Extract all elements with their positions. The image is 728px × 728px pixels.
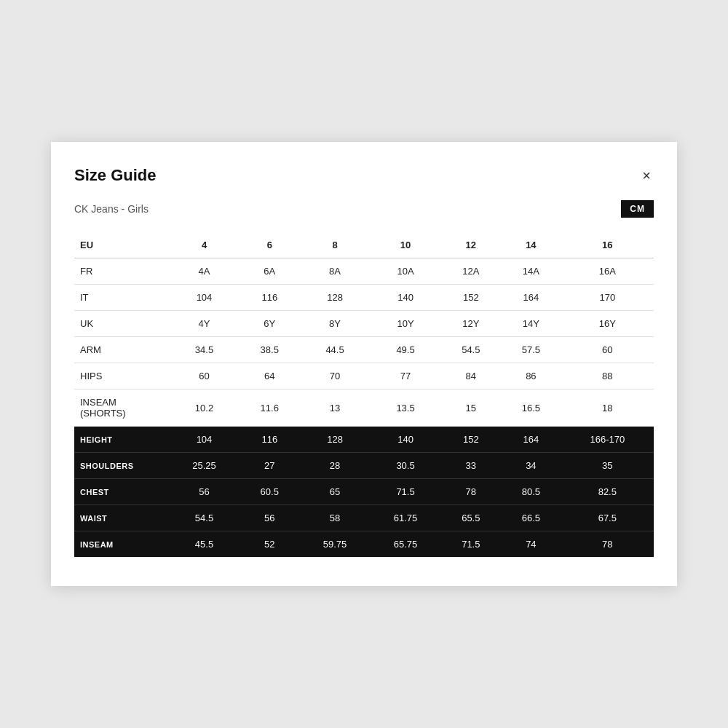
- cell-5-5: 16.5: [501, 389, 561, 427]
- cell-10-3: 65.75: [371, 531, 441, 558]
- table-row: SHOULDERS25.25272830.5333435: [74, 453, 654, 479]
- row-label-2: UK: [74, 311, 169, 337]
- cell-8-5: 80.5: [501, 479, 561, 505]
- cell-2-5: 14Y: [501, 311, 561, 337]
- cell-1-6: 170: [561, 285, 654, 311]
- cell-8-3: 71.5: [371, 479, 441, 505]
- cell-4-3: 77: [371, 363, 441, 389]
- col-header-4: 12: [441, 232, 502, 258]
- table-row: CHEST5660.56571.57880.582.5: [74, 479, 654, 505]
- col-header-3: 10: [371, 232, 441, 258]
- cell-10-1: 52: [240, 531, 300, 558]
- cell-1-1: 116: [240, 285, 300, 311]
- table-row: INSEAM45.55259.7565.7571.57478: [74, 531, 654, 558]
- subtitle-row: CK Jeans - Girls CM: [74, 200, 654, 218]
- col-header-1: 6: [240, 232, 300, 258]
- table-row: IT104116128140152164170: [74, 285, 654, 311]
- cell-9-5: 66.5: [501, 505, 561, 531]
- unit-badge[interactable]: CM: [621, 200, 654, 218]
- cell-4-4: 84: [441, 363, 502, 389]
- cell-2-6: 16Y: [561, 311, 654, 337]
- cell-10-6: 78: [561, 531, 654, 558]
- table-header-row: EU 4 6 8 10 12 14 16: [74, 232, 654, 258]
- cell-10-5: 74: [501, 531, 561, 558]
- cell-5-3: 13.5: [371, 389, 441, 427]
- table-row: FR4A6A8A10A12A14A16A: [74, 258, 654, 285]
- cell-4-5: 86: [501, 363, 561, 389]
- table-row: HEIGHT104116128140152164166-170: [74, 427, 654, 453]
- cell-10-0: 45.5: [169, 531, 240, 558]
- cell-0-2: 8A: [300, 258, 371, 285]
- col-header-5: 14: [501, 232, 561, 258]
- cell-0-4: 12A: [441, 258, 502, 285]
- cell-0-1: 6A: [240, 258, 300, 285]
- table-row: HIPS60647077848688: [74, 363, 654, 389]
- cell-8-2: 65: [300, 479, 371, 505]
- modal-overlay: Size Guide × CK Jeans - Girls CM EU 4 6 …: [0, 0, 728, 728]
- cell-3-3: 49.5: [371, 337, 441, 363]
- modal-subtitle: CK Jeans - Girls: [74, 203, 149, 215]
- cell-7-0: 25.25: [169, 453, 240, 479]
- cell-9-3: 61.75: [371, 505, 441, 531]
- cell-3-1: 38.5: [240, 337, 300, 363]
- cell-1-4: 152: [441, 285, 502, 311]
- cell-6-6: 166-170: [561, 427, 654, 453]
- cell-5-0: 10.2: [169, 389, 240, 427]
- cell-5-1: 11.6: [240, 389, 300, 427]
- cell-3-5: 57.5: [501, 337, 561, 363]
- cell-1-3: 140: [371, 285, 441, 311]
- cell-6-1: 116: [240, 427, 300, 453]
- cell-9-4: 65.5: [441, 505, 502, 531]
- cell-5-6: 18: [561, 389, 654, 427]
- cell-7-3: 30.5: [371, 453, 441, 479]
- cell-8-4: 78: [441, 479, 502, 505]
- cell-4-6: 88: [561, 363, 654, 389]
- cell-4-2: 70: [300, 363, 371, 389]
- cell-9-6: 67.5: [561, 505, 654, 531]
- cell-10-2: 59.75: [300, 531, 371, 558]
- cell-4-0: 60: [169, 363, 240, 389]
- cell-3-2: 44.5: [300, 337, 371, 363]
- cell-3-6: 60: [561, 337, 654, 363]
- col-header-2: 8: [300, 232, 371, 258]
- cell-0-6: 16A: [561, 258, 654, 285]
- modal-header: Size Guide ×: [74, 165, 654, 186]
- table-row: WAIST54.5565861.7565.566.567.5: [74, 505, 654, 531]
- cell-7-6: 35: [561, 453, 654, 479]
- cell-4-1: 64: [240, 363, 300, 389]
- cell-1-2: 128: [300, 285, 371, 311]
- cell-3-4: 54.5: [441, 337, 502, 363]
- cell-10-4: 71.5: [441, 531, 502, 558]
- cell-7-4: 33: [441, 453, 502, 479]
- cell-2-1: 6Y: [240, 311, 300, 337]
- cell-6-0: 104: [169, 427, 240, 453]
- cell-2-0: 4Y: [169, 311, 240, 337]
- cell-7-2: 28: [300, 453, 371, 479]
- cell-2-2: 8Y: [300, 311, 371, 337]
- cell-7-5: 34: [501, 453, 561, 479]
- row-label-3: ARM: [74, 337, 169, 363]
- header-label: EU: [74, 232, 169, 258]
- cell-2-3: 10Y: [371, 311, 441, 337]
- cell-1-5: 164: [501, 285, 561, 311]
- col-header-6: 16: [561, 232, 654, 258]
- cell-1-0: 104: [169, 285, 240, 311]
- row-label-8: CHEST: [74, 479, 169, 505]
- cell-0-5: 14A: [501, 258, 561, 285]
- table-row: INSEAM (SHORTS)10.211.61313.51516.518: [74, 389, 654, 427]
- cell-9-1: 56: [240, 505, 300, 531]
- row-label-4: HIPS: [74, 363, 169, 389]
- row-label-1: IT: [74, 285, 169, 311]
- size-guide-modal: Size Guide × CK Jeans - Girls CM EU 4 6 …: [51, 142, 677, 586]
- row-label-5: INSEAM (SHORTS): [74, 389, 169, 427]
- cell-9-2: 58: [300, 505, 371, 531]
- close-button[interactable]: ×: [639, 165, 654, 186]
- cell-8-0: 56: [169, 479, 240, 505]
- cell-5-2: 13: [300, 389, 371, 427]
- cell-6-2: 128: [300, 427, 371, 453]
- cell-8-1: 60.5: [240, 479, 300, 505]
- cell-7-1: 27: [240, 453, 300, 479]
- row-label-6: HEIGHT: [74, 427, 169, 453]
- cell-0-0: 4A: [169, 258, 240, 285]
- table-row: UK4Y6Y8Y10Y12Y14Y16Y: [74, 311, 654, 337]
